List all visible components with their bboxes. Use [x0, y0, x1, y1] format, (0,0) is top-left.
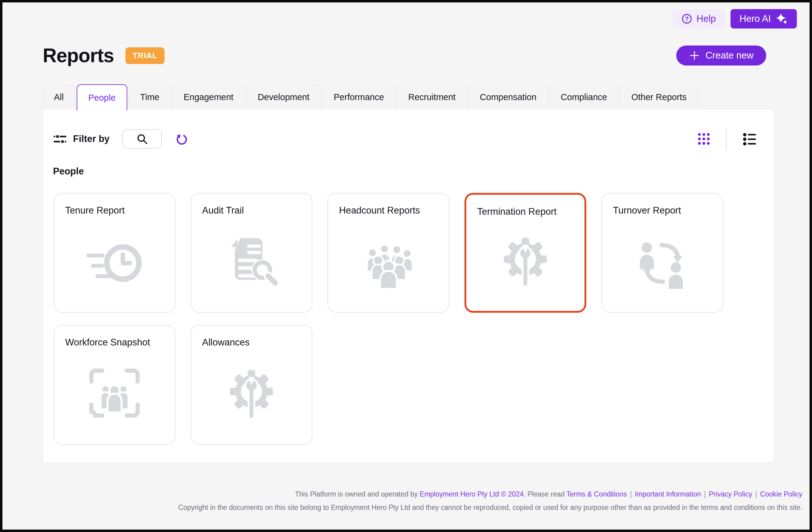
section-title-people: People	[53, 166, 84, 177]
grid-view-icon	[697, 132, 710, 145]
view-toggles	[697, 127, 757, 151]
report-category-tabs: All People Time Engagement Development P…	[43, 84, 698, 110]
help-button-label: Help	[697, 13, 716, 24]
title-row: Reports TRIAL Create new	[43, 44, 766, 67]
filter-by-label: Filter by	[73, 134, 110, 144]
card-title: Tenure Report	[54, 194, 175, 216]
help-button[interactable]: ? Help	[672, 9, 725, 28]
footer-read-text: . Please read	[524, 490, 567, 498]
refresh-button[interactable]	[175, 132, 188, 146]
footer: This Platform is owned and operated by E…	[178, 490, 802, 512]
card-title: Workforce Snapshot	[54, 325, 175, 348]
footer-important-info-link[interactable]: Important Information	[635, 490, 701, 498]
help-icon: ?	[681, 13, 692, 24]
tab-other-reports[interactable]: Other Reports	[620, 85, 698, 110]
clock-fast-icon	[83, 229, 147, 293]
sparkles-icon	[775, 13, 788, 25]
footer-cookie-link[interactable]: Cookie Policy	[760, 490, 802, 498]
card-title: Turnover Report	[602, 194, 723, 216]
tab-compensation[interactable]: Compensation	[469, 85, 548, 110]
footer-privacy-link[interactable]: Privacy Policy	[709, 490, 752, 498]
create-new-button[interactable]: Create new	[676, 45, 766, 66]
list-view-icon	[742, 132, 757, 145]
list-view-button[interactable]	[742, 132, 757, 145]
card-audit-trail[interactable]: Audit Trail	[191, 193, 313, 313]
people-cycle-icon	[630, 229, 694, 293]
plus-icon	[689, 50, 700, 61]
create-new-label: Create new	[705, 50, 754, 61]
filter-sliders-icon	[53, 132, 67, 146]
footer-owner-link[interactable]: Employment Hero Pty Ltd © 2024	[420, 490, 524, 498]
tab-people[interactable]: People	[77, 84, 127, 110]
svg-text:?: ?	[685, 15, 689, 22]
footer-terms-link[interactable]: Terms & Conditions	[567, 490, 627, 498]
view-toggle-divider	[726, 127, 727, 151]
refresh-icon	[175, 132, 188, 146]
document-search-icon	[219, 229, 284, 293]
people-frame-icon	[83, 361, 147, 425]
page-title: Reports	[43, 44, 114, 67]
footer-line2: Copyright in the documents on this site …	[178, 504, 802, 512]
card-tenure-report[interactable]: Tenure Report	[54, 193, 175, 313]
gear-wrench-icon	[219, 361, 284, 425]
footer-separator: |	[630, 490, 632, 498]
footer-separator: |	[704, 490, 706, 498]
tab-development[interactable]: Development	[246, 85, 321, 110]
card-title: Allowances	[191, 325, 312, 348]
card-termination-report[interactable]: Termination Report	[464, 193, 586, 313]
tab-recruitment[interactable]: Recruitment	[397, 85, 467, 110]
tab-all[interactable]: All	[43, 85, 75, 110]
card-title: Audit Trail	[191, 194, 312, 216]
tab-performance[interactable]: Performance	[322, 85, 395, 110]
card-title: Headcount Reports	[328, 194, 449, 216]
report-cards-grid: Tenure Report Audit Trail	[54, 193, 723, 445]
card-turnover-report[interactable]: Turnover Report	[601, 193, 723, 313]
grid-view-button[interactable]	[697, 132, 710, 145]
people-group-icon	[356, 229, 421, 293]
tab-time[interactable]: Time	[129, 85, 171, 110]
card-workforce-snapshot[interactable]: Workforce Snapshot	[54, 325, 175, 445]
footer-separator: |	[755, 490, 757, 498]
gear-wrench-icon	[493, 229, 557, 293]
hero-ai-button-label: Hero AI	[740, 13, 771, 24]
card-headcount-reports[interactable]: Headcount Reports	[328, 193, 449, 313]
search-icon	[136, 133, 148, 145]
filter-toolbar: Filter by	[53, 129, 757, 149]
footer-owned-text: This Platform is owned and operated by	[295, 490, 420, 498]
hero-ai-button[interactable]: Hero AI	[730, 9, 797, 28]
tab-engagement[interactable]: Engagement	[172, 85, 245, 110]
top-actions: ? Help Hero AI	[672, 9, 797, 28]
reports-panel: Filter by	[43, 109, 774, 463]
card-allowances[interactable]: Allowances	[191, 325, 313, 445]
tab-compliance[interactable]: Compliance	[550, 85, 619, 110]
trial-badge: TRIAL	[126, 47, 165, 64]
search-box[interactable]	[122, 129, 162, 149]
footer-line1: This Platform is owned and operated by E…	[178, 490, 802, 498]
card-title: Termination Report	[466, 195, 584, 217]
